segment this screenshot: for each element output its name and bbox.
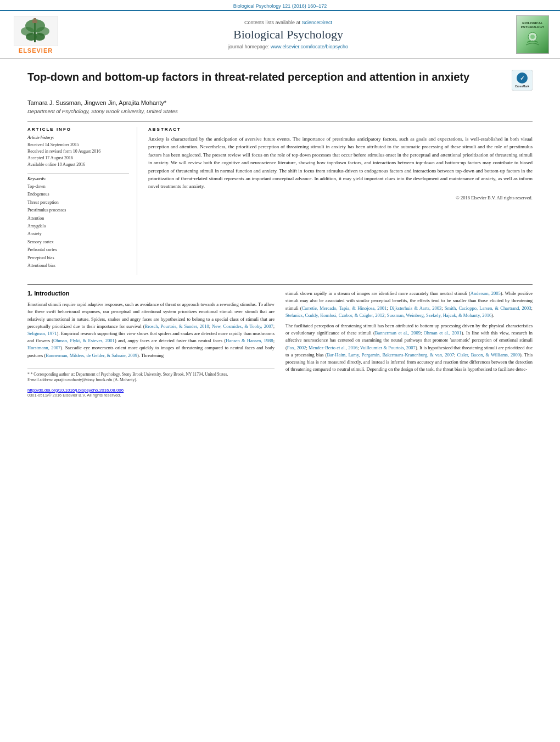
article-content: Top-down and bottom-up factors in threat… [0,59,560,409]
citation-text: Biological Psychology 121 (2016) 160–172 [233,3,327,9]
ref-brosch[interactable]: Brosch, Pourtois, & Sander, 2010 [145,323,209,329]
email-text: E-mail address: aprajita.mohanty@stony b… [27,377,137,382]
abstract-label: ABSTRACT [148,127,533,132]
article-info-abstract-section: ARTICLE INFO Article history: Received 1… [27,121,533,275]
elsevier-brand-text: ELSEVIER [19,47,53,54]
accepted-date: Accepted 17 August 2016 [27,155,129,161]
ref-ohman[interactable]: Ohman, Flykt, & Esteves, 2001 [53,338,115,343]
ref-fox[interactable]: Fox, 2002 [287,345,306,350]
journal-center-info: Contents lists available at ScienceDirec… [71,20,505,49]
ref-horstmann[interactable]: Horstmann, 2007 [27,345,60,350]
intro-number: 1. [27,290,32,297]
ref-vuilleumier[interactable]: Vuilleumier & Pourtois, 2007 [360,345,416,350]
corresponding-footnote: * * Corresponding author at: Department … [27,372,275,378]
page: Biological Psychology 121 (2016) 160–172… [0,0,560,742]
cover-title: BIOLOGICALPSYCHOLOGY [521,21,544,29]
doi-line[interactable]: http://dx.doi.org/10.1016/j.biopsycho.20… [27,388,275,393]
svg-point-11 [530,35,535,39]
svg-rect-8 [33,18,36,20]
cover-graphic [522,31,544,48]
ref-dijksterhuis[interactable]: Dijksterhuis & Aarts, 2003 [390,305,442,311]
svg-point-6 [34,33,45,41]
journal-banner: ELSEVIER Contents lists available at Sci… [0,10,560,59]
homepage-text: journal homepage: [228,44,270,49]
ref-hansen[interactable]: Hansen & Hansen, 1988 [226,338,273,343]
elsevier-tree-icon [14,16,58,46]
crossmark-icon: ✓ CrossMark [512,70,533,91]
ref-bannerman2[interactable]: Bannerman et al., 2009 [375,330,421,336]
ref-bannerman[interactable]: Bannerman, Milders, de Gelder, & Sahraie… [46,353,137,358]
intro-title: Introduction [34,290,69,297]
ref-seligman[interactable]: Seligman, 1971 [27,331,57,336]
intro-paragraph-1: Emotional stimuli require rapid adaptive… [27,301,275,359]
body-right-column: stimuli shown rapidly in a stream of ima… [285,290,533,397]
ref-anderson[interactable]: Anderson, 2005 [471,291,501,296]
svg-text:✓: ✓ [520,75,524,81]
svg-text:CrossMark: CrossMark [515,85,529,88]
article-info-label: ARTICLE INFO [27,127,129,132]
body-left-column: 1. Introduction Emotional stimuli requir… [27,290,275,397]
article-info-column: ARTICLE INFO Article history: Received 1… [27,127,137,275]
article-history-group: Article history: Received 14 September 2… [27,135,129,168]
ref-barhaim[interactable]: Bar-Haim, Lamy, Pergamin, Bakermans-Kran… [327,352,454,358]
ref-mendez[interactable]: Mendez-Berto et al., 2016 [309,345,357,350]
elsevier-logo: ELSEVIER [11,16,60,54]
crossmark-container: ✓ CrossMark [511,70,533,94]
intro-paragraph-3: The facilitated perception of threatenin… [285,322,533,373]
issn-line: 0301-0511/© 2016 Elsevier B.V. All right… [27,393,275,398]
ref-ohman2[interactable]: Ohman et al., 2001 [424,330,462,336]
keywords-list: Top-down Endogenous Threat perception Pr… [27,183,129,270]
keywords-sublabel: Keywords: [27,176,129,181]
received-date: Received 14 September 2015 [27,142,129,148]
intro-paragraph-2: stimuli shown rapidly in a stream of ima… [285,290,533,319]
revised-date: Received in revised form 10 August 2016 [27,148,129,155]
email-footnote: E-mail address: aprajita.mohanty@stony b… [27,377,275,383]
ref-smith[interactable]: Smith, Cacioppo, Larsen, & Chartrand, 20… [445,305,531,311]
history-sublabel: Article history: [27,135,129,140]
contents-available-text: Contents lists available at [244,20,300,25]
journal-title: Biological Psychology [71,27,505,42]
doi-link[interactable]: http://dx.doi.org/10.1016/j.biopsycho.20… [27,388,124,393]
journal-cover-image: BIOLOGICALPSYCHOLOGY [516,15,549,54]
divider [27,174,129,174]
journal-citation: Biological Psychology 121 (2016) 160–172 [0,0,560,10]
intro-section-title: 1. Introduction [27,290,275,297]
ref-sussman[interactable]: Sussman, Weinberg, Szekely, Hajcak, & Mo… [387,313,491,318]
article-title-text: Top-down and bottom-up factors in threat… [27,70,505,84]
sciencedirect-line: Contents lists available at ScienceDirec… [71,20,505,25]
homepage-link[interactable]: www.elsevier.com/locate/biopsycho [271,44,348,49]
footnote-area: * * Corresponding author at: Department … [27,368,275,383]
corresponding-text: * Corresponding author at: Department of… [31,372,228,377]
keywords-group: Keywords: Top-down Endogenous Threat per… [27,176,129,270]
ref-stefanics[interactable]: Stefanics, Csukly, Komlosi, Czobor, & Cz… [285,313,384,318]
ref-cisler[interactable]: Cisler, Bacon, & Williams, 2009 [457,352,520,358]
ref-carretie[interactable]: Carretie, Mercado, Tapia, & Hinojosa, 20… [302,305,387,311]
authors-line: Tamara J. Sussman, Jingwen Jin, Aprajita… [27,99,533,106]
copyright-line: © 2016 Elsevier B.V. All rights reserved… [148,195,533,200]
available-date: Available online 18 August 2016 [27,161,129,168]
abstract-text: Anxiety is characterized by the anticipa… [148,135,533,191]
body-section: 1. Introduction Emotional stimuli requir… [27,284,533,397]
article-title-row: Top-down and bottom-up factors in threat… [27,70,533,94]
author-names: Tamara J. Sussman, Jingwen Jin, Aprajita… [27,99,166,106]
homepage-line: journal homepage: www.elsevier.com/locat… [71,44,505,49]
abstract-column: ABSTRACT Anxiety is characterized by the… [148,127,533,275]
sciencedirect-link[interactable]: ScienceDirect [302,20,333,25]
ref-new[interactable]: New, Cosmides, & Tooby, 2007 [212,323,273,329]
affiliation-line: Department of Psychology, Stony Brook Un… [27,108,533,114]
